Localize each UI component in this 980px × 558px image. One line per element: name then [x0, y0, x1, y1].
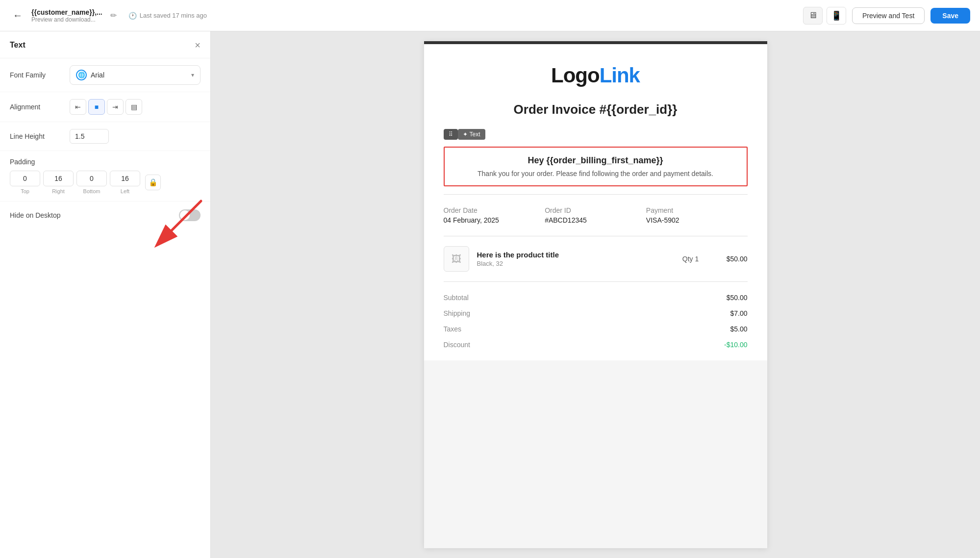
close-panel-button[interactable]: ×	[195, 40, 201, 50]
mobile-icon: 📱	[831, 10, 842, 21]
align-center-icon: ■	[95, 103, 99, 111]
align-right-icon: ⇥	[112, 103, 118, 111]
last-saved-text: Last saved 17 mins ago	[140, 12, 207, 19]
padding-lock-button[interactable]: 🔒	[145, 175, 161, 190]
text-block-heading: Hey {{order_billing_first_name}}	[454, 155, 737, 166]
align-right-button[interactable]: ⇥	[107, 99, 124, 115]
hide-desktop-toggle[interactable]	[179, 209, 201, 221]
email-body: LogoLink Order Invoice #{{order_id}} ⠿ ✦…	[424, 44, 767, 360]
desktop-icon: 🖥	[808, 10, 817, 21]
product-qty: Qty 1	[676, 255, 705, 263]
left-panel: Text × Font Family 🌐 Arial ▾ Alignment ⇤	[0, 31, 211, 558]
alignment-control: ⇤ ■ ⇥ ▤	[70, 99, 201, 115]
toggle-slider	[179, 209, 201, 221]
font-name-display: Arial	[91, 71, 187, 79]
padding-label: Padding	[10, 158, 201, 166]
order-date-col: Order Date 04 February, 2025	[444, 206, 545, 224]
line-height-row: Line Height	[0, 122, 210, 151]
product-variant: Black, 32	[477, 260, 668, 267]
text-block-body: Thank you for your order. Please find fo…	[454, 170, 737, 178]
order-id-value: #ABCD12345	[545, 216, 646, 224]
padding-left-input[interactable]	[110, 171, 140, 186]
padding-top-input[interactable]	[10, 171, 40, 186]
globe-icon: 🌐	[76, 70, 87, 80]
lock-icon: 🔒	[149, 178, 158, 187]
order-date-label: Order Date	[444, 206, 545, 214]
alignment-label: Alignment	[10, 103, 64, 111]
taxes-label: Taxes	[444, 325, 462, 333]
cursor-icon: ✦	[463, 131, 468, 138]
align-left-button[interactable]: ⇤	[70, 99, 86, 115]
header-right: Preview and Test Save	[852, 7, 970, 24]
padding-bottom-label: Bottom	[83, 188, 101, 194]
subtotal-label: Subtotal	[444, 294, 469, 302]
discount-row: Discount -$10.00	[444, 337, 748, 353]
taxes-value: $5.00	[730, 325, 747, 333]
align-center-button[interactable]: ■	[88, 99, 105, 115]
clock-icon: 🕐	[128, 12, 137, 20]
desktop-view-button[interactable]: 🖥	[803, 7, 823, 25]
document-subtitle: Preview and download...	[31, 16, 102, 23]
subtotal-value: $50.00	[727, 294, 748, 302]
save-button[interactable]: Save	[930, 8, 970, 24]
product-title: Here is the product title	[477, 251, 668, 259]
font-family-select[interactable]: 🌐 Arial ▾	[70, 65, 201, 85]
shipping-label: Shipping	[444, 309, 471, 317]
shipping-row: Shipping $7.00	[444, 305, 748, 321]
line-height-control	[70, 129, 201, 144]
padding-right-input[interactable]	[43, 171, 74, 186]
logo: LogoLink	[551, 64, 640, 87]
line-height-input[interactable]	[70, 129, 109, 144]
email-preview: LogoLink Order Invoice #{{order_id}} ⠿ ✦…	[424, 41, 767, 548]
shipping-value: $7.00	[730, 309, 747, 317]
align-left-icon: ⇤	[75, 103, 81, 111]
payment-value: VISA-5902	[646, 216, 748, 224]
align-justify-icon: ▤	[131, 103, 137, 111]
edit-title-button[interactable]: ✏	[108, 9, 119, 22]
padding-top-label: Top	[21, 188, 29, 194]
mobile-view-button[interactable]: 📱	[827, 7, 846, 25]
order-id-col: Order ID #ABCD12345	[545, 206, 646, 224]
padding-right-wrap: Right	[43, 171, 74, 194]
subtotal-row: Subtotal $50.00	[444, 290, 748, 305]
main-content: Text × Font Family 🌐 Arial ▾ Alignment ⇤	[0, 31, 980, 558]
chevron-down-icon: ▾	[191, 72, 194, 78]
move-icon: ⠿	[449, 131, 453, 138]
logo-blue-text: Link	[600, 64, 640, 87]
product-row: 🖼 Here is the product title Black, 32 Qt…	[424, 236, 767, 281]
email-preview-panel: LogoLink Order Invoice #{{order_id}} ⠿ ✦…	[211, 31, 980, 558]
panel-header: Text ×	[0, 31, 210, 58]
padding-left-label: Left	[121, 188, 129, 194]
alignment-row: Alignment ⇤ ■ ⇥ ▤	[0, 92, 210, 122]
text-pill[interactable]: ✦ Text	[458, 129, 485, 140]
app-header: ← {{customer_name}},... Preview and down…	[0, 0, 980, 31]
padding-bottom-wrap: Bottom	[76, 171, 107, 194]
align-justify-button[interactable]: ▤	[126, 99, 142, 115]
payment-col: Payment VISA-5902	[646, 206, 748, 224]
order-id-label: Order ID	[545, 206, 646, 214]
device-switcher: 🖥 📱	[803, 7, 846, 25]
text-block-selected: Hey {{order_billing_first_name}} Thank y…	[444, 147, 748, 186]
move-pill[interactable]: ⠿	[444, 129, 458, 140]
line-height-label: Line Height	[10, 132, 64, 140]
text-block-wrapper[interactable]: ⠿ ✦ Text Hey {{order_billing_first_name}…	[444, 147, 748, 186]
padding-right-label: Right	[52, 188, 65, 194]
taxes-row: Taxes $5.00	[444, 321, 748, 337]
summary-rows: Subtotal $50.00 Shipping $7.00 Taxes $5.…	[424, 282, 767, 360]
product-info: Here is the product title Black, 32	[477, 251, 668, 267]
header-left: ← {{customer_name}},... Preview and down…	[10, 8, 797, 24]
image-icon: 🖼	[452, 254, 461, 265]
discount-value: -$10.00	[724, 341, 747, 349]
font-family-row: Font Family 🌐 Arial ▾	[0, 58, 210, 92]
padding-bottom-input[interactable]	[76, 171, 107, 186]
order-date-value: 04 February, 2025	[444, 216, 545, 224]
alignment-group: ⇤ ■ ⇥ ▤	[70, 99, 142, 115]
invoice-title: Order Invoice #{{order_id}}	[424, 102, 767, 127]
payment-label: Payment	[646, 206, 748, 214]
hide-desktop-row: Hide on Desktop	[0, 202, 210, 229]
text-block-toolbar: ⠿ ✦ Text	[444, 129, 485, 140]
product-price: $50.00	[713, 255, 748, 263]
preview-and-test-button[interactable]: Preview and Test	[852, 7, 925, 24]
padding-inputs: Top Right Bottom Left 🔒	[10, 171, 201, 194]
back-button[interactable]: ←	[10, 8, 25, 24]
